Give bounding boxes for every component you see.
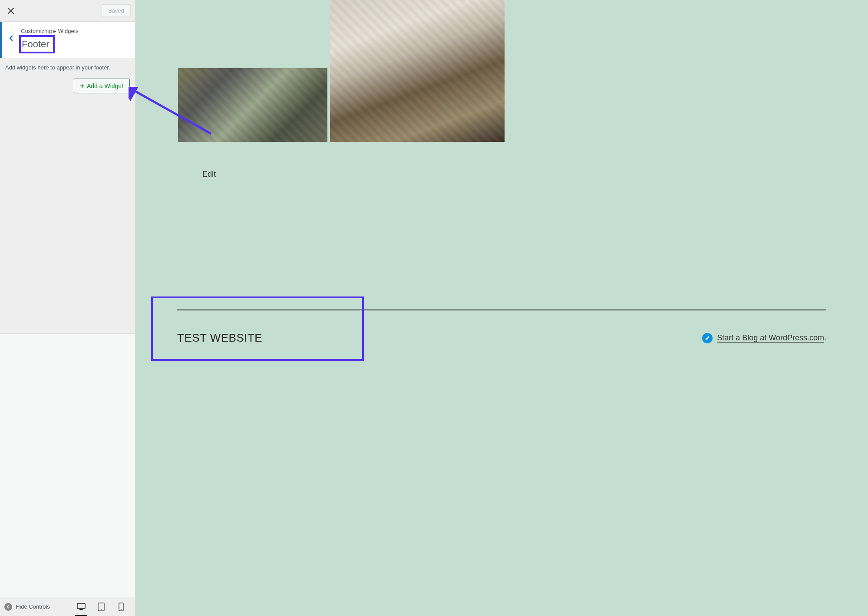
tablet-icon <box>98 603 105 611</box>
svg-rect-1 <box>80 609 83 609</box>
chevron-right-icon: ▸ <box>53 28 58 34</box>
content-image <box>178 68 327 142</box>
site-preview[interactable]: Edit TEST WEBSITE Start a Blog at WordPr… <box>135 0 868 616</box>
back-button[interactable] <box>2 29 21 48</box>
plus-icon: + <box>80 82 84 90</box>
svg-rect-0 <box>77 603 85 609</box>
breadcrumb: Customizing ▸ Widgets <box>21 26 79 34</box>
mobile-icon <box>119 603 124 611</box>
breadcrumb-root: Customizing <box>21 28 52 34</box>
add-widget-button[interactable]: + Add a Widget <box>74 79 130 93</box>
device-tablet-button[interactable] <box>96 602 106 612</box>
svg-rect-2 <box>79 609 83 610</box>
panel-header: Customizing ▸ Widgets Footer <box>0 22 135 58</box>
credit-link[interactable]: Start a Blog at WordPress.com <box>717 333 824 343</box>
panel-header-text: Customizing ▸ Widgets Footer <box>21 26 79 53</box>
edit-link[interactable]: Edit <box>202 170 216 179</box>
preview-content: Edit TEST WEBSITE Start a Blog at WordPr… <box>135 0 868 616</box>
edit-shortcut-button[interactable] <box>702 333 713 343</box>
footer-credit: Start a Blog at WordPress.com. <box>702 333 826 343</box>
device-desktop-button[interactable] <box>76 602 86 612</box>
saved-button-label: Saved <box>108 7 124 14</box>
credit-wrap: Start a Blog at WordPress.com. <box>717 333 826 343</box>
breadcrumb-section: Widgets <box>58 28 79 34</box>
page-footer: TEST WEBSITE Start a Blog at WordPress.c… <box>177 310 826 345</box>
close-icon <box>7 7 14 14</box>
collapse-icon <box>4 603 12 611</box>
svg-point-4 <box>101 609 102 610</box>
hide-controls-button[interactable]: Hide Controls <box>4 603 50 611</box>
page-footer-row: TEST WEBSITE Start a Blog at WordPress.c… <box>177 331 826 345</box>
content-image-row <box>178 0 868 142</box>
credit-period: . <box>824 333 826 342</box>
hide-controls-label: Hide Controls <box>16 603 50 610</box>
footer-divider <box>177 310 826 310</box>
sidebar-top-bar: Saved <box>0 0 135 22</box>
panel-title: Footer <box>22 39 50 50</box>
svg-point-6 <box>121 609 122 610</box>
annotation-highlight-title: Footer <box>19 35 55 53</box>
device-mobile-button[interactable] <box>116 602 126 612</box>
site-title: TEST WEBSITE <box>177 331 262 345</box>
desktop-icon <box>77 603 86 611</box>
customizer-sidebar: Saved Customizing ▸ Widgets Footer Add w… <box>0 0 135 616</box>
close-customizer-button[interactable] <box>4 4 17 17</box>
content-image <box>330 0 505 142</box>
device-switcher <box>76 602 126 612</box>
panel-body: Add widgets here to appear in your foote… <box>0 58 135 334</box>
add-widget-label: Add a Widget <box>87 82 123 89</box>
sidebar-empty-area <box>0 334 135 597</box>
customizer-footer-bar: Hide Controls <box>0 597 135 616</box>
saved-button: Saved <box>102 4 131 17</box>
app-root: Saved Customizing ▸ Widgets Footer Add w… <box>0 0 868 616</box>
chevron-left-icon <box>8 35 14 41</box>
pencil-icon <box>705 335 710 341</box>
annotation-highlight-footer <box>151 296 364 361</box>
panel-description: Add widgets here to appear in your foote… <box>5 64 130 71</box>
